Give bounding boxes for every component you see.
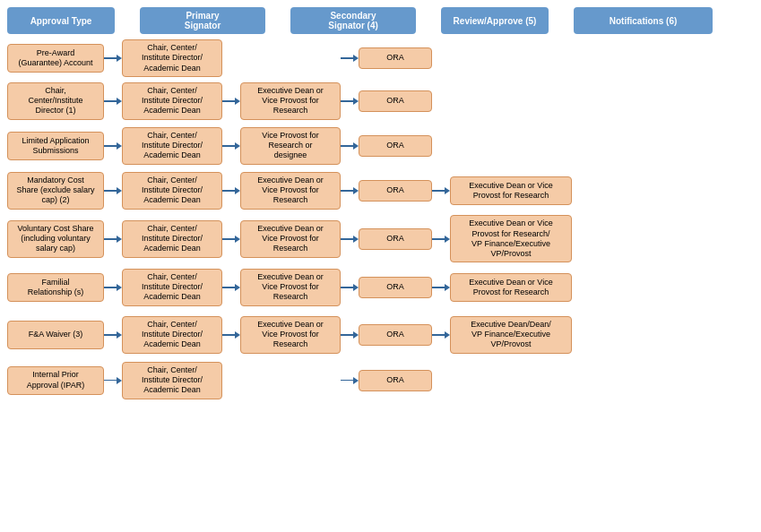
table-cell: Chair, Center/ Institute Director/ Acade…	[122, 172, 222, 210]
table-cell: Executive Dean or Vice Provost for Resea…	[450, 273, 572, 302]
table-cell: Pre-Award (Guarantee) Account	[7, 44, 104, 73]
table-cell: Executive Dean or Vice Provost for Resea…	[240, 316, 341, 354]
table-row: Chair, Center/Institute Director (1)Chai…	[7, 81, 754, 122]
table-cell: ORA	[359, 324, 432, 346]
table-cell: Executive Dean or Vice Provost for Resea…	[240, 220, 341, 258]
table-cell: Executive Dean or Vice Provost for Resea…	[450, 215, 572, 262]
table-cell: ORA	[359, 47, 432, 69]
page: Approval Type Primary Signator Secondary…	[0, 0, 761, 532]
header-secondary: Secondary Signator (4)	[290, 7, 416, 34]
table-row: Internal Prior Approval (IPAR)Chair, Cen…	[7, 362, 754, 399]
table-cell: Executive Dean or Vice Provost for Resea…	[450, 176, 572, 205]
table-cell: Chair, Center/Institute Director (1)	[7, 82, 104, 120]
header-row: Approval Type Primary Signator Secondary…	[7, 7, 754, 34]
table-cell: Chair, Center/ Institute Director/ Acade…	[122, 269, 222, 306]
table-cell: Chair, Center/ Institute Director/ Acade…	[122, 82, 222, 120]
table-cell: Executive Dean or Vice Provost for Resea…	[240, 82, 341, 120]
table-cell: Vice Provost for Research or designee	[240, 127, 341, 165]
table-row: Pre-Award (Guarantee) AccountChair, Cent…	[7, 39, 754, 77]
table-cell: Executive Dean or Vice Provost for Resea…	[240, 172, 341, 210]
table-cell: Internal Prior Approval (IPAR)	[7, 366, 104, 395]
header-review: Review/Approve (5)	[441, 7, 549, 34]
table-cell: Chair, Center/ Institute Director/ Acade…	[122, 39, 222, 77]
table-cell: Chair, Center/ Institute Director/ Acade…	[122, 362, 222, 399]
table-row: F&A Waiver (3)Chair, Center/ Institute D…	[7, 312, 754, 358]
table-row: Mandatory Cost Share (exclude salary cap…	[7, 170, 754, 211]
table-cell: ORA	[359, 135, 432, 157]
table-cell: Executive Dean or Vice Provost for Resea…	[240, 269, 341, 306]
table-cell: Limited Application Submissions	[7, 132, 104, 160]
header-notifications: Notifications (6)	[574, 7, 713, 34]
header-approval: Approval Type	[7, 7, 115, 34]
table-row: Familial Relationship (s)Chair, Center/ …	[7, 267, 754, 308]
table-cell: Chair, Center/ Institute Director/ Acade…	[122, 220, 222, 258]
table-cell: Voluntary Cost Share (including voluntar…	[7, 220, 104, 258]
table-cell: Executive Dean/Dean/ VP Finance/Executiv…	[450, 316, 572, 354]
content-rows: Pre-Award (Guarantee) AccountChair, Cent…	[7, 39, 754, 399]
table-cell: Chair, Center/ Institute Director/ Acade…	[122, 127, 222, 165]
table-row: Voluntary Cost Share (including voluntar…	[7, 215, 754, 263]
table-cell: Chair, Center/ Institute Director/ Acade…	[122, 316, 222, 354]
table-cell: ORA	[359, 228, 432, 250]
table-cell: ORA	[359, 90, 432, 112]
table-cell: Mandatory Cost Share (exclude salary cap…	[7, 172, 104, 210]
table-cell: ORA	[359, 370, 432, 391]
table-cell: F&A Waiver (3)	[7, 321, 104, 349]
header-primary: Primary Signator	[140, 7, 265, 34]
table-cell: ORA	[359, 277, 432, 298]
table-cell: ORA	[359, 180, 432, 202]
table-row: Limited Application SubmissionsChair, Ce…	[7, 125, 754, 167]
table-cell: Familial Relationship (s)	[7, 273, 104, 302]
